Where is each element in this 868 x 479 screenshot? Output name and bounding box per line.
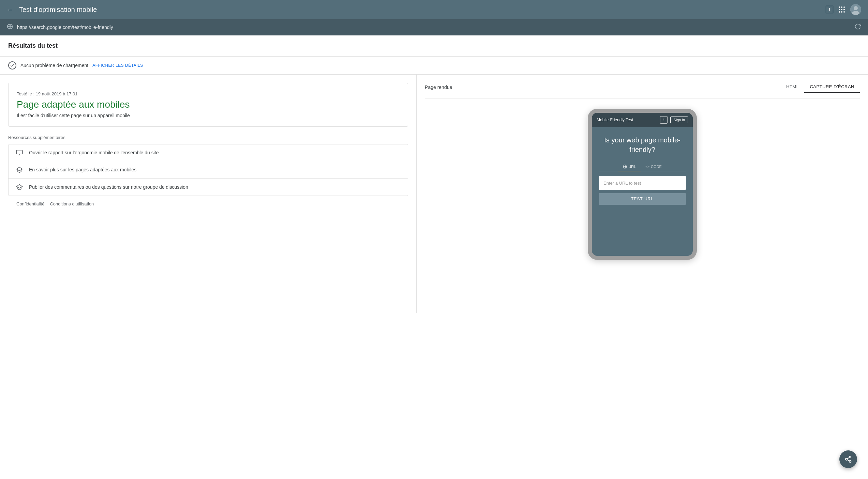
svg-rect-5	[16, 150, 23, 154]
phone-mockup: Mobile-Friendly Test ! Sign in Is your w…	[588, 109, 697, 260]
terms-link[interactable]: Conditions d'utilisation	[50, 201, 94, 206]
page-rendue-label: Page rendue	[425, 84, 452, 90]
apps-icon	[839, 6, 845, 13]
svg-point-1	[854, 6, 858, 10]
feedback-button[interactable]: !	[826, 6, 833, 13]
phone-top-bar: Mobile-Friendly Test ! Sign in	[592, 113, 693, 127]
resources-title: Ressources supplémentaires	[8, 135, 408, 140]
svg-point-14	[849, 461, 851, 463]
right-divider	[425, 98, 860, 98]
result-card: Testé le : 19 août 2019 à 17:01 Page ada…	[8, 83, 408, 127]
avatar[interactable]	[850, 4, 861, 15]
resource-list: Ouvrir le rapport sur l'ergonomie mobile…	[8, 144, 408, 196]
check-icon	[8, 61, 16, 69]
phone-feedback-icon: !	[660, 116, 668, 124]
resource-text-1: Ouvrir le rapport sur l'ergonomie mobile…	[29, 150, 159, 155]
phone-test-button[interactable]: TEST URL	[599, 193, 686, 205]
tab-html[interactable]: HTML	[781, 81, 804, 93]
privacy-link[interactable]: Confidentialité	[16, 201, 44, 206]
resource-text-2: En savoir plus sur les pages adaptées au…	[29, 167, 136, 172]
left-column: Testé le : 19 août 2019 à 17:01 Page ada…	[0, 75, 417, 313]
phone-url-input[interactable]: Enter a URL to test	[599, 176, 686, 190]
phone-signin-button[interactable]: Sign in	[670, 117, 688, 123]
header-icons: !	[826, 4, 861, 15]
svg-line-15	[847, 460, 849, 461]
test-date: Testé le : 19 août 2019 à 17:01	[17, 91, 400, 96]
reload-button[interactable]	[854, 23, 861, 32]
two-column-layout: Testé le : 19 août 2019 à 17:01 Page ada…	[0, 75, 868, 313]
apps-button[interactable]	[839, 6, 845, 13]
status-text: Aucun problème de chargement	[20, 63, 88, 68]
resource-text-3: Publier des commentaires ou des question…	[29, 184, 188, 190]
back-icon: ←	[7, 6, 14, 14]
footer: Confidentialité Conditions d'utilisation	[8, 196, 408, 212]
feedback-icon: !	[826, 6, 833, 13]
graduate-icon-1	[15, 167, 24, 173]
right-column: Page rendue HTML CAPTURE D'ÉCRAN Mobile-…	[417, 75, 868, 313]
url-text: https://search.google.com/test/mobile-fr…	[17, 25, 850, 30]
right-panel-header: Page rendue HTML CAPTURE D'ÉCRAN	[425, 81, 860, 93]
resource-item-2[interactable]: En savoir plus sur les pages adaptées au…	[9, 161, 408, 179]
monitor-icon	[15, 150, 24, 155]
results-section-title: Résultats du test	[8, 42, 860, 49]
phone-app-title: Mobile-Friendly Test	[597, 118, 633, 122]
phone-main-title: Is your web page mobile-friendly?	[599, 135, 686, 154]
right-tabs: HTML CAPTURE D'ÉCRAN	[781, 81, 860, 93]
graduate-icon-2	[15, 184, 24, 190]
phone-tab-url[interactable]: URL	[618, 163, 641, 171]
resource-item-1[interactable]: Ouvrir le rapport sur l'ergonomie mobile…	[9, 144, 408, 161]
phone-tabs: URL <> CODE	[599, 163, 686, 171]
svg-point-12	[849, 456, 851, 458]
phone-input-placeholder: Enter a URL to test	[603, 181, 641, 186]
top-header: ← Test d'optimisation mobile !	[0, 0, 868, 19]
page-title: Test d'optimisation mobile	[19, 6, 826, 14]
main-content: Résultats du test Aucun problème de char…	[0, 35, 868, 479]
resource-item-3[interactable]: Publier des commentaires ou des question…	[9, 179, 408, 196]
phone-tab-code[interactable]: <> CODE	[641, 163, 666, 171]
globe-icon	[7, 24, 13, 31]
phone-header-icons: ! Sign in	[660, 116, 688, 124]
phone-screen: Mobile-Friendly Test ! Sign in Is your w…	[592, 113, 693, 256]
result-title: Page adaptée aux mobiles	[17, 99, 400, 110]
svg-line-16	[847, 458, 849, 459]
url-bar: https://search.google.com/test/mobile-fr…	[0, 19, 868, 35]
share-fab[interactable]	[839, 450, 857, 468]
result-desc: Il est facile d'utiliser cette page sur …	[17, 113, 400, 118]
phone-body: Is your web page mobile-friendly?	[592, 127, 693, 212]
status-bar: Aucun problème de chargement AFFICHER LE…	[0, 57, 868, 75]
details-link[interactable]: AFFICHER LES DÉTAILS	[92, 63, 143, 68]
phone-container: Mobile-Friendly Test ! Sign in Is your w…	[425, 105, 860, 260]
back-button[interactable]: ←	[7, 6, 14, 14]
svg-point-13	[845, 458, 848, 460]
results-header: Résultats du test	[0, 35, 868, 57]
tab-screenshot[interactable]: CAPTURE D'ÉCRAN	[804, 81, 860, 93]
